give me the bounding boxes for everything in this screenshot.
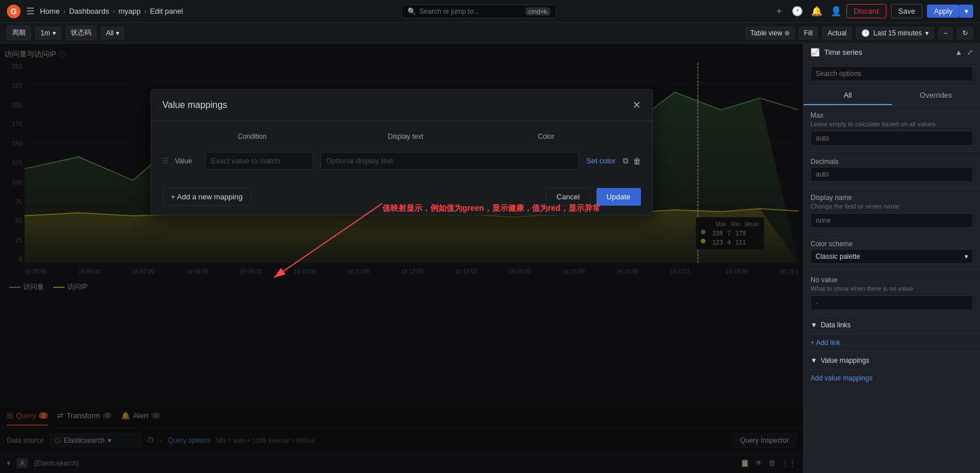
- right-panel-title: Time series: [824, 48, 950, 57]
- actual-btn[interactable]: Actual: [822, 27, 852, 39]
- tab-overrides[interactable]: Overrides: [892, 86, 981, 105]
- display-name-section: Display name Change the field or series …: [804, 188, 980, 234]
- no-value-input[interactable]: [810, 295, 973, 310]
- value-mappings-header[interactable]: ▼ Value mappings: [804, 352, 980, 370]
- cancel-button[interactable]: Cancel: [546, 188, 590, 206]
- update-button[interactable]: Update: [596, 188, 641, 206]
- no-value-section: No value What to show when there is no v…: [804, 270, 980, 316]
- bell-icon[interactable]: 🔔: [811, 6, 822, 17]
- search-input[interactable]: [420, 7, 522, 15]
- options-tabs: All Overrides: [804, 86, 980, 106]
- color-scheme-value: Classic palette: [816, 252, 860, 260]
- status-chevron: ▾: [116, 29, 119, 37]
- no-value-desc: What to show when there is no value: [810, 285, 973, 292]
- zoom-out-btn[interactable]: −: [938, 27, 953, 39]
- fill-label: Fill: [804, 29, 813, 37]
- panel-expand-btn[interactable]: ⤢: [967, 48, 973, 57]
- table-view-btn[interactable]: Table view: [745, 27, 795, 39]
- max-input[interactable]: [810, 131, 973, 146]
- no-value-label: No value: [810, 276, 973, 284]
- collapse-icon: ▼: [810, 321, 817, 329]
- modal-title: Value mappings: [163, 100, 228, 110]
- table-view-dot: [785, 31, 789, 35]
- max-desc: Leave empty to calculate based on all va…: [810, 121, 973, 127]
- add-value-mapping-button[interactable]: Add value mappings: [810, 374, 973, 382]
- display-text-header: Display text: [388, 133, 531, 141]
- status-btn[interactable]: 状态码: [66, 26, 96, 40]
- condition-input[interactable]: [205, 152, 313, 170]
- add-link-button[interactable]: + Add link: [810, 339, 973, 347]
- value-mappings-modal: Value mappings ✕ Condition Display text …: [151, 89, 653, 215]
- clock-icon[interactable]: 🕐: [792, 6, 803, 17]
- time-range-chevron: ▾: [925, 29, 929, 37]
- display-text-input[interactable]: [320, 152, 580, 170]
- color-header: Color: [538, 133, 641, 141]
- actual-label: Actual: [828, 29, 846, 37]
- decimals-input[interactable]: [810, 167, 973, 182]
- search-options-container: [804, 62, 980, 86]
- color-scheme-select[interactable]: Classic palette ▾: [810, 249, 973, 264]
- decimals-label: Decimals: [810, 158, 973, 166]
- display-name-desc: Change the field or series name: [810, 203, 973, 210]
- period-value-btn[interactable]: 1m ▾: [35, 27, 61, 39]
- set-color-button[interactable]: Set color: [586, 157, 615, 165]
- breadcrumb-edit-panel: Edit panel: [150, 7, 183, 15]
- data-links-label: Data links: [821, 321, 851, 329]
- user-icon[interactable]: 👤: [830, 6, 842, 17]
- nav-left: G ☰ Home › Dashboards › myapp › Edit pan…: [7, 5, 183, 18]
- apply-button[interactable]: Apply: [927, 5, 959, 18]
- table-view-label: Table view: [751, 29, 783, 37]
- save-button[interactable]: Save: [891, 4, 923, 18]
- apply-chevron[interactable]: ▾: [959, 5, 973, 18]
- add-mapping-button[interactable]: + Add a new mapping: [163, 188, 251, 206]
- color-scheme-section: Color scheme Classic palette ▾: [804, 234, 980, 270]
- time-range-picker[interactable]: 🕐 Last 15 minutes ▾: [856, 27, 934, 39]
- drag-handle[interactable]: ⠿: [163, 157, 168, 166]
- value-mappings-label: Value mappings: [821, 356, 869, 364]
- mapping-icons: ⧉ 🗑: [623, 156, 641, 166]
- color-scheme-label: Color scheme: [810, 240, 973, 248]
- breadcrumb-home[interactable]: Home: [40, 7, 60, 15]
- color-scheme-chevron: ▾: [965, 252, 968, 260]
- panel-toolbar: 周期 1m ▾ 状态码 All ▾ Table view Fill Actual…: [0, 23, 980, 43]
- left-panel: 访问量与访问IP ⓘ 250 225 200 175 150 125 100 7…: [0, 43, 803, 473]
- max-section: Max Leave empty to calculate based on al…: [804, 106, 980, 152]
- fill-btn[interactable]: Fill: [799, 27, 818, 39]
- max-label: Max: [810, 111, 973, 119]
- status-value: All: [106, 29, 114, 37]
- main-layout: 访问量与访问IP ⓘ 250 225 200 175 150 125 100 7…: [0, 43, 980, 473]
- modal-footer: + Add a new mapping Cancel Update: [151, 181, 652, 215]
- period-value: 1m: [41, 29, 50, 37]
- status-value-btn[interactable]: All ▾: [101, 27, 124, 39]
- breadcrumb-dashboards[interactable]: Dashboards: [69, 7, 109, 15]
- expand-chevron-icon: ▲: [955, 48, 962, 57]
- status-label: 状态码: [71, 28, 91, 38]
- panel-type-icon: 📈: [810, 48, 820, 57]
- annotation-svg: [228, 203, 514, 346]
- modal-body: Condition Display text Color ⠿ Value Set…: [151, 121, 652, 181]
- tab-all[interactable]: All: [804, 86, 892, 105]
- breadcrumb-myapp[interactable]: myapp: [118, 7, 140, 15]
- nav-icons: ＋ 🕐 🔔 👤: [775, 5, 842, 17]
- search-icon: 🔍: [408, 7, 416, 15]
- value-mappings-section: Add value mappings: [804, 370, 980, 387]
- refresh-btn[interactable]: ↻: [957, 27, 973, 39]
- modal-close-button[interactable]: ✕: [632, 99, 641, 111]
- logo: G: [7, 5, 21, 18]
- data-links-header[interactable]: ▼ Data links: [804, 316, 980, 334]
- plus-icon[interactable]: ＋: [775, 5, 784, 17]
- discard-button[interactable]: Discard: [846, 4, 886, 18]
- display-name-input[interactable]: [810, 213, 973, 228]
- delete-mapping-button[interactable]: 🗑: [633, 157, 641, 166]
- copy-mapping-button[interactable]: ⧉: [623, 156, 628, 166]
- right-panel: 📈 Time series ▲ ⤢ All Overrides Max Leav…: [803, 43, 980, 473]
- collapse-icon-2: ▼: [810, 356, 817, 364]
- annotation-container: 值映射显示，例如值为green，显示健康，值为red，显示异常: [228, 203, 514, 348]
- mapping-headers: Condition Display text Color: [163, 133, 641, 146]
- global-search[interactable]: 🔍 cmd+k: [401, 5, 556, 18]
- data-links-section: + Add link: [804, 334, 980, 352]
- modal-overlay: Value mappings ✕ Condition Display text …: [0, 43, 803, 473]
- search-options-input[interactable]: [810, 66, 973, 81]
- period-btn[interactable]: 周期: [7, 26, 31, 40]
- hamburger-menu[interactable]: ☰: [26, 6, 34, 17]
